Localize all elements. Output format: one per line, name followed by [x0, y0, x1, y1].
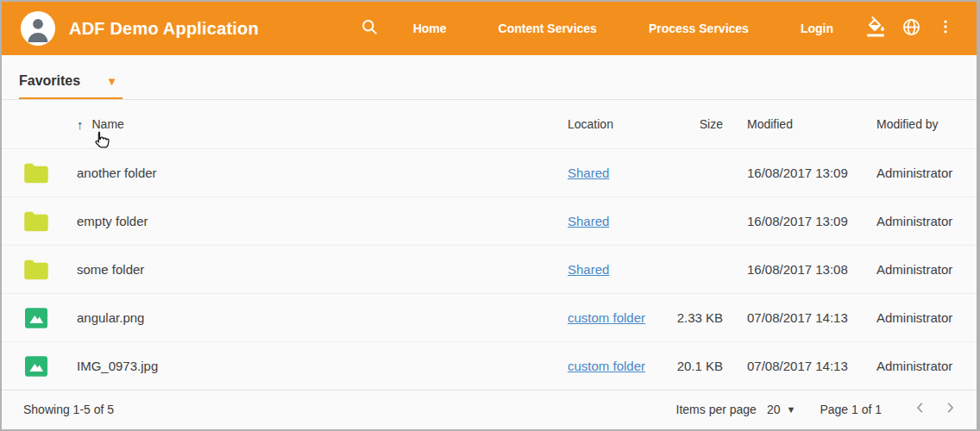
column-header-size[interactable]: Size [663, 117, 723, 131]
main-nav: Home Content Services Process Services L… [387, 22, 859, 35]
location-link[interactable]: custom folder [568, 310, 645, 325]
file-name: angular.png [77, 310, 568, 325]
more-menu-button[interactable] [928, 11, 963, 46]
location-link[interactable]: Shared [568, 214, 609, 228]
nav-item-process-services[interactable]: Process Services [631, 22, 766, 35]
folder-icon [23, 259, 77, 281]
file-name: empty folder [77, 214, 568, 228]
modified-by: Administrator [852, 214, 956, 228]
theme-color-button[interactable] [859, 11, 894, 46]
modified-by: Administrator [852, 359, 956, 373]
chevron-left-icon [913, 400, 928, 418]
favorites-dropdown[interactable]: Favorites ▼ [19, 73, 122, 99]
modified-by: Administrator [852, 166, 956, 180]
person-icon [23, 15, 53, 46]
nav-item-home[interactable]: Home [396, 22, 464, 35]
color-fill-icon [866, 16, 887, 41]
modified-date: 16/08/2017 13:09 [723, 214, 852, 228]
file-name: some folder [77, 262, 568, 277]
modified-date: 07/08/2017 14:13 [723, 359, 852, 373]
items-per-page-label: Items per page [676, 403, 757, 416]
document-list-tabbar: Favorites ▼ [2, 55, 977, 100]
showing-range-label: Showing 1-5 of 5 [23, 403, 114, 416]
favorites-label: Favorites [19, 73, 80, 89]
file-name: IMG_0973.jpg [77, 359, 568, 373]
image-file-icon [23, 355, 77, 378]
items-per-page-value: 20 [767, 403, 781, 416]
modified-date: 16/08/2017 13:09 [723, 166, 852, 180]
sort-ascending-icon: ↑ [77, 117, 84, 132]
app-window: ADF Demo Application Home Content Servic… [0, 0, 980, 431]
folder-icon [23, 210, 77, 233]
nav-item-login[interactable]: Login [783, 22, 851, 35]
modified-by: Administrator [852, 310, 956, 325]
table-header-row: ↑ Name Location Size Modified Modified b… [2, 100, 977, 148]
search-button[interactable] [353, 11, 387, 46]
table-row[interactable]: some folder Shared 16/08/2017 13:08 Admi… [2, 245, 977, 293]
table-row[interactable]: angular.png custom folder 2.33 KB 07/08/… [2, 293, 977, 341]
column-header-modified[interactable]: Modified [723, 117, 852, 131]
pagination-bar: Showing 1-5 of 5 Items per page 20 ▼ Pag… [2, 390, 977, 428]
more-vert-icon [937, 18, 954, 39]
modified-by: Administrator [852, 262, 956, 277]
folder-icon [23, 162, 77, 184]
previous-page-button[interactable] [906, 395, 935, 424]
table-row[interactable]: IMG_0973.jpg custom folder 20.1 KB 07/08… [2, 341, 977, 390]
search-icon [361, 18, 379, 40]
chevron-down-icon: ▼ [106, 75, 117, 88]
table-row[interactable]: another folder Shared 16/08/2017 13:09 A… [2, 148, 977, 197]
file-size: 20.1 KB [663, 359, 723, 373]
modified-date: 07/08/2017 14:13 [723, 310, 852, 325]
globe-icon [901, 17, 921, 41]
modified-date: 16/08/2017 13:08 [723, 262, 852, 277]
location-link[interactable]: Shared [568, 262, 609, 277]
file-name: another folder [77, 166, 568, 180]
location-link[interactable]: Shared [568, 166, 609, 180]
app-header: ADF Demo Application Home Content Servic… [2, 2, 977, 55]
table-row[interactable]: empty folder Shared 16/08/2017 13:09 Adm… [2, 197, 977, 245]
file-size: 2.33 KB [663, 310, 723, 325]
column-header-modified-by[interactable]: Modified by [852, 117, 956, 131]
image-file-icon [23, 307, 77, 329]
nav-item-content-services[interactable]: Content Services [481, 22, 614, 35]
column-header-name[interactable]: ↑ Name [77, 117, 568, 132]
location-link[interactable]: custom folder [568, 359, 645, 373]
page-count-label: Page 1 of 1 [820, 403, 882, 416]
column-header-location[interactable]: Location [568, 117, 663, 131]
next-page-button[interactable] [935, 395, 964, 424]
app-title: ADF Demo Application [69, 19, 259, 39]
chevron-right-icon [942, 400, 958, 418]
chevron-down-icon: ▼ [786, 404, 795, 415]
language-button[interactable] [894, 11, 928, 46]
document-list: ↑ Name Location Size Modified Modified b… [2, 100, 977, 390]
user-avatar[interactable] [21, 11, 55, 46]
items-per-page-select[interactable]: 20 ▼ [767, 403, 795, 416]
